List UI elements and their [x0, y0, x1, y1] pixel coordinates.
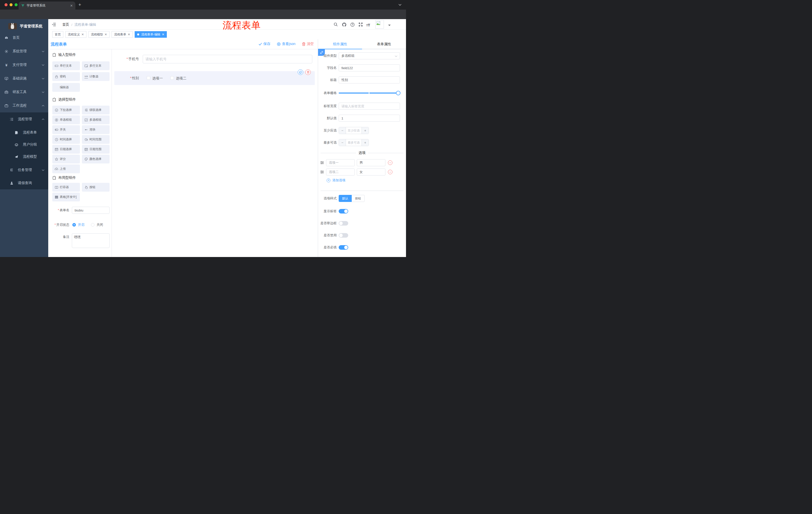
- add-option-button[interactable]: + 添加选项: [320, 178, 345, 183]
- form-canvas[interactable]: *手机号 *性别 选项一 选项二: [112, 49, 318, 257]
- github-icon[interactable]: [342, 22, 346, 27]
- option2-label-input[interactable]: [326, 168, 355, 175]
- form-remark-textarea[interactable]: 嘿嘿: [72, 233, 110, 248]
- phone-field-input[interactable]: [143, 55, 312, 63]
- form-grid-slider[interactable]: [339, 89, 400, 97]
- copy-component-button[interactable]: [298, 70, 303, 75]
- label-width-input[interactable]: [339, 103, 400, 110]
- help-icon[interactable]: [350, 22, 355, 27]
- remove-option-button[interactable]: −: [388, 160, 393, 165]
- new-tab-button[interactable]: +: [78, 2, 81, 7]
- min-select-input[interactable]: 至少应选: [346, 127, 361, 134]
- drag-handle-icon[interactable]: [320, 170, 324, 174]
- gender-option1-checkbox[interactable]: [147, 76, 150, 80]
- selected-component-gender[interactable]: *性别 选项一 选项二: [114, 71, 315, 85]
- title-input[interactable]: [339, 77, 400, 83]
- component-item-slider[interactable]: 滑块: [82, 125, 110, 134]
- component-item-row-container[interactable]: 行容器: [52, 183, 80, 192]
- disabled-toggle[interactable]: [339, 233, 348, 238]
- search-icon[interactable]: [334, 22, 338, 27]
- component-item-cascade[interactable]: 级联选择: [82, 106, 110, 114]
- stepper-increase-button[interactable]: +: [361, 139, 369, 146]
- sidebar-item-payment[interactable]: ¥ 支付管理: [0, 58, 48, 72]
- status-off-label[interactable]: 关闭: [96, 222, 103, 227]
- sidebar-item-leave-query[interactable]: 请假查询: [0, 177, 48, 189]
- option1-value-input[interactable]: [357, 159, 385, 166]
- window-minimize-button[interactable]: [9, 3, 12, 6]
- tab-close-icon[interactable]: ✕: [70, 4, 73, 7]
- field-name-input[interactable]: [339, 64, 400, 72]
- tab-search-chevron-icon[interactable]: [399, 4, 402, 6]
- sidebar-item-infrastructure[interactable]: 基础设施: [0, 72, 48, 85]
- view-json-button[interactable]: 查看json: [277, 42, 295, 46]
- breadcrumb-home[interactable]: 首页: [62, 22, 69, 27]
- sidebar-item-process-form[interactable]: 流程表单: [0, 127, 48, 139]
- component-item-date-range[interactable]: 日期范围: [82, 145, 110, 154]
- form-name-input[interactable]: [72, 207, 110, 214]
- remove-option-button[interactable]: −: [388, 170, 393, 174]
- sidebar-item-user-group[interactable]: 用户分组: [0, 139, 48, 151]
- window-zoom-button[interactable]: [14, 3, 18, 6]
- gender-option1-label[interactable]: 选项一: [152, 76, 163, 81]
- component-item-rate[interactable]: 评分: [52, 155, 80, 163]
- app-logo[interactable]: 芋道管理系统: [0, 20, 48, 32]
- style-button-button[interactable]: 按钮: [352, 195, 365, 202]
- sidebar-item-workflow[interactable]: 工作流程: [0, 99, 48, 112]
- gender-option2-label[interactable]: 选项二: [176, 76, 186, 81]
- avatar[interactable]: [375, 20, 384, 29]
- component-item-multi-line-text[interactable]: 多行文本: [82, 61, 110, 70]
- component-item-button[interactable]: 按钮: [82, 183, 110, 192]
- sidebar-item-system[interactable]: 系统管理: [0, 45, 48, 58]
- tag-process-form-edit[interactable]: 流程表单-编辑✕: [135, 31, 167, 38]
- sidebar-item-process-mgmt[interactable]: 流程管理: [0, 113, 48, 126]
- sidebar-collapse-button[interactable]: [52, 22, 56, 27]
- option2-value-input[interactable]: [357, 168, 385, 175]
- component-item-single-line-text[interactable]: 单行文本: [52, 61, 80, 70]
- tag-home[interactable]: 首页: [52, 31, 63, 38]
- tag-process-form[interactable]: 流程表单✕: [112, 31, 133, 38]
- tag-process-model[interactable]: 流程模型✕: [88, 31, 110, 38]
- default-value-input[interactable]: [339, 115, 400, 122]
- stepper-decrease-button[interactable]: −: [339, 139, 346, 146]
- component-item-table[interactable]: 表格[开发中]: [52, 193, 80, 201]
- clear-button[interactable]: 清空: [302, 42, 314, 46]
- avatar-caret-icon[interactable]: [388, 25, 391, 27]
- show-tag-toggle[interactable]: [339, 209, 348, 214]
- delete-component-button[interactable]: [305, 70, 311, 75]
- window-close-button[interactable]: [4, 3, 7, 6]
- sidebar-item-home[interactable]: 首页: [0, 31, 48, 45]
- max-select-input[interactable]: 最多可选: [346, 139, 361, 146]
- component-item-time-range[interactable]: 时间范围: [82, 135, 110, 144]
- sidebar-item-task-mgmt[interactable]: 任务管理: [0, 164, 48, 176]
- drag-handle-icon[interactable]: [320, 161, 324, 165]
- stepper-decrease-button[interactable]: −: [339, 127, 346, 134]
- sidebar-item-process-model[interactable]: 流程模型: [0, 151, 48, 163]
- sidebar-item-dev-tools[interactable]: 研发工具: [0, 85, 48, 99]
- required-toggle[interactable]: [339, 245, 348, 250]
- tab-component-props[interactable]: 组件属性: [318, 39, 362, 49]
- status-on-radio[interactable]: [72, 223, 76, 226]
- status-off-radio[interactable]: [91, 223, 94, 226]
- save-button[interactable]: 保存: [259, 42, 270, 46]
- option1-label-input[interactable]: [326, 159, 355, 166]
- slider-handle[interactable]: [396, 91, 401, 95]
- component-item-dropdown[interactable]: 下拉选择: [52, 106, 80, 114]
- tag-process-definition[interactable]: 流程定义✕: [65, 31, 86, 38]
- tag-close-icon[interactable]: ✕: [105, 33, 107, 36]
- component-item-editor[interactable]: 编辑器: [52, 83, 80, 92]
- component-item-date-picker[interactable]: 日期选择: [52, 145, 80, 154]
- component-item-checkbox-group[interactable]: 多选框组: [82, 115, 110, 124]
- browser-tab[interactable]: 芋道管理系统 ✕: [19, 1, 76, 9]
- tag-close-icon[interactable]: ✕: [162, 33, 164, 36]
- tab-form-props[interactable]: 表单属性: [362, 39, 406, 49]
- gender-option2-checkbox[interactable]: [170, 76, 174, 80]
- component-item-upload[interactable]: 上传: [52, 164, 80, 173]
- stepper-increase-button[interactable]: +: [361, 127, 369, 134]
- status-on-label[interactable]: 开启: [78, 222, 84, 227]
- font-size-icon[interactable]: TT: [366, 23, 370, 27]
- component-item-counter[interactable]: 123 计数器: [82, 72, 110, 81]
- component-item-time-picker[interactable]: 时间选择: [52, 135, 80, 144]
- style-default-button[interactable]: 默认: [339, 195, 352, 202]
- fullscreen-icon[interactable]: [358, 22, 363, 27]
- component-item-color-picker[interactable]: 颜色选择: [82, 155, 110, 163]
